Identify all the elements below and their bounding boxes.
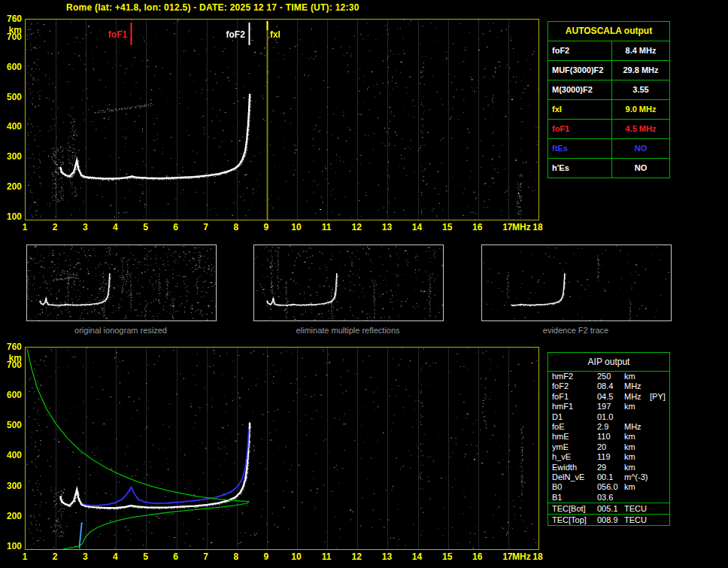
- aip-param-note: [650, 381, 669, 391]
- x-tick-label-5: 5: [136, 223, 154, 232]
- aip-param-unit: TECU: [624, 503, 650, 514]
- aip-row-hmE: hmE110km: [548, 432, 669, 442]
- top-ionogram-canvas: [26, 20, 538, 220]
- autoscala-param-label: MUF(3000)F2: [548, 61, 612, 80]
- thumbnail-multiple-reflections: [253, 245, 444, 321]
- autoscala-row-foF1: foF14.5 MHz: [548, 120, 669, 139]
- aip-param-value: 04.5: [597, 392, 624, 402]
- x-tick-label-13: 13: [378, 223, 396, 232]
- x-tick-label-6: 6: [167, 223, 185, 232]
- autoscala-param-value: 4.5 MHz: [612, 120, 669, 138]
- x-tick-label-15: 15: [438, 552, 457, 562]
- x-tick-label-14: 14: [408, 552, 426, 562]
- y-tick-label-400: 400: [2, 451, 22, 460]
- aip-param-unit: [624, 412, 650, 422]
- aip-param-unit: m^(-3): [624, 472, 650, 482]
- aip-param-note: [650, 442, 669, 452]
- aip-param-label: TEC[Top]: [548, 515, 597, 525]
- thumbnail-f2-trace: [481, 245, 672, 321]
- x-tick-label-10: 10: [287, 552, 305, 562]
- aip-param-note: [650, 452, 669, 462]
- x-tick-label-2: 2: [46, 552, 64, 562]
- y-tick-label-300: 300: [2, 481, 22, 491]
- x-tick-label-11: 11: [317, 223, 335, 232]
- x-tick-label-18: 18: [529, 223, 547, 232]
- aip-row-ymE: ymE20km: [548, 442, 669, 452]
- aip-param-label: ymE: [548, 442, 597, 452]
- autoscala-param-value: 9.0 MHz: [612, 100, 669, 119]
- x-tick-label-1: 1: [16, 552, 34, 562]
- aip-param-unit: km: [624, 432, 650, 442]
- aip-table-title: AIP output: [548, 353, 669, 372]
- aip-param-value: 00.1: [597, 472, 624, 482]
- aip-param-value: 20: [597, 442, 624, 452]
- aip-param-unit: km: [624, 463, 650, 472]
- aip-param-unit: km: [624, 402, 650, 412]
- x-tick-label-9: 9: [257, 552, 275, 562]
- aip-param-unit: MHz: [624, 392, 650, 402]
- y-tick-label-600: 600: [2, 62, 22, 72]
- y-axis-unit: km: [2, 354, 22, 363]
- aip-row-DelN_vE: DelN_vE00.1m^(-3): [548, 472, 669, 482]
- autoscala-param-label: ftEs: [548, 139, 612, 158]
- aip-param-unit: km: [624, 442, 650, 452]
- autoscala-param-value: 3.55: [612, 80, 669, 99]
- y-tick-label-760: 760: [2, 14, 22, 24]
- x-tick-label-3: 3: [76, 223, 94, 232]
- aip-param-note: [650, 503, 669, 514]
- aip-param-note: [650, 402, 669, 412]
- autoscala-row-foF2: foF28.4 MHz: [548, 41, 669, 61]
- marker-label-foF1: foF1: [102, 30, 127, 39]
- x-tick-label-15: 15: [438, 223, 457, 232]
- x-axis-unit: MHz: [512, 223, 531, 232]
- aip-row-Ewidth: Ewidth29km: [548, 463, 669, 472]
- x-tick-label-1: 1: [16, 223, 34, 232]
- bottom-profile-canvas: [26, 348, 538, 549]
- autoscala-row-ftEs: ftEsNO: [548, 139, 669, 159]
- x-tick-label-14: 14: [408, 223, 426, 232]
- x-tick-label-12: 12: [347, 552, 366, 562]
- x-tick-label-18: 18: [529, 552, 547, 562]
- aip-param-note: [PY]: [650, 392, 669, 402]
- aip-param-label: hmF1: [548, 402, 597, 412]
- x-tick-label-13: 13: [378, 552, 396, 562]
- x-tick-label-6: 6: [167, 552, 185, 562]
- autoscala-row-fxI: fxI9.0 MHz: [548, 100, 669, 120]
- y-tick-label-200: 200: [2, 182, 22, 192]
- aip-output-table: AIP output hmF2250kmfoF208.4MHzfoF104.5M…: [548, 352, 670, 526]
- aip-param-note: [650, 482, 669, 492]
- aip-row-foE: foE2.9MHz: [548, 422, 669, 432]
- aip-param-value: 29: [597, 463, 624, 472]
- y-tick-label-100: 100: [2, 212, 22, 222]
- bottom-profile-plot: [25, 347, 539, 550]
- x-tick-label-16: 16: [469, 223, 487, 232]
- thumbnail-caption-f2-trace: evidence F2 trace: [481, 326, 671, 335]
- x-tick-label-16: 16: [469, 552, 487, 562]
- autoscala-row-h'Es: h'EsNO: [548, 159, 669, 178]
- aip-param-value: 2.9: [597, 422, 624, 432]
- aip-param-value: 01.0: [597, 412, 624, 422]
- autoscala-param-label: h'Es: [548, 159, 612, 178]
- aip-param-value: 08.4: [597, 381, 624, 391]
- thumbnail-multiple-reflections-canvas: [254, 245, 443, 320]
- y-tick-label-400: 400: [2, 122, 22, 132]
- aip-param-label: TEC[Bot]: [548, 503, 597, 514]
- aip-row-foF2: foF208.4MHz: [548, 381, 669, 391]
- thumbnail-original-ionogram: [26, 245, 217, 321]
- x-tick-label-10: 10: [287, 223, 305, 232]
- aip-param-value: 056.0: [597, 482, 624, 492]
- thumbnail-caption-multiple-reflections: eliminate multiple reflections: [253, 326, 443, 335]
- aip-param-unit: km: [624, 452, 650, 462]
- aip-param-value: 03.6: [597, 493, 624, 503]
- aip-param-label: foF2: [548, 381, 597, 391]
- autoscala-param-value: 8.4 MHz: [612, 41, 669, 60]
- autoscala-table-title: AUTOSCALA output: [548, 22, 669, 41]
- aip-param-label: D1: [548, 412, 597, 422]
- y-tick-label-500: 500: [2, 421, 22, 430]
- y-tick-label-200: 200: [2, 512, 22, 521]
- aip-param-unit: km: [624, 372, 650, 381]
- aip-param-value: 008.9: [597, 515, 624, 525]
- y-axis-unit: km: [2, 26, 22, 35]
- aip-param-unit: MHz: [624, 381, 650, 391]
- autoscala-screen: Rome (lat: +41.8, lon: 012.5) - DATE: 20…: [0, 0, 728, 568]
